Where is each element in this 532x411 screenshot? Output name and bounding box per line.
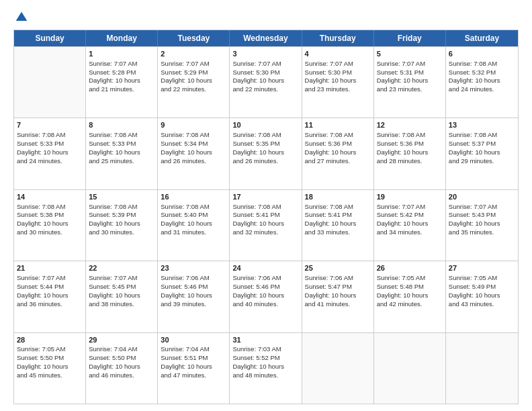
calendar-cell-28: 28Sunrise: 7:05 AMSunset: 5:50 PMDayligh… (14, 333, 86, 404)
calendar-cell-10: 10Sunrise: 7:08 AMSunset: 5:35 PMDayligh… (230, 118, 302, 189)
day-number-6: 6 (449, 49, 515, 59)
day-number-27: 27 (449, 263, 515, 273)
calendar-cell-30: 30Sunrise: 7:04 AMSunset: 5:51 PMDayligh… (158, 333, 230, 404)
header (13, 11, 519, 24)
day-info-line: Sunset: 5:50 PM (89, 354, 154, 363)
day-info-line: and 28 minutes. (377, 157, 443, 166)
day-info-line: Sunset: 5:33 PM (17, 140, 83, 148)
day-info-line: and 30 minutes. (17, 228, 83, 237)
day-info-line: Sunrise: 7:07 AM (89, 274, 154, 283)
day-info-line: Daylight: 10 hours (377, 148, 443, 157)
day-info-line: and 46 minutes. (89, 371, 154, 380)
day-info-line: Daylight: 10 hours (305, 220, 371, 228)
day-info-line: and 26 minutes. (232, 157, 298, 166)
day-number-12: 12 (377, 120, 443, 130)
day-info-line: Sunset: 5:29 PM (161, 68, 226, 77)
calendar-cell-3: 3Sunrise: 7:07 AMSunset: 5:30 PMDaylight… (230, 47, 302, 118)
day-info-line: Sunrise: 7:03 AM (232, 345, 298, 354)
day-info-line: and 36 minutes. (17, 300, 83, 309)
day-info-line: Sunset: 5:34 PM (161, 140, 226, 148)
day-info-line: Sunrise: 7:08 AM (377, 131, 443, 140)
day-info-line: and 34 minutes. (377, 228, 443, 237)
day-info-line: Daylight: 10 hours (449, 220, 515, 228)
day-info-line: Daylight: 10 hours (305, 291, 371, 300)
day-info-line: and 45 minutes. (17, 371, 83, 380)
day-info-line: and 48 minutes. (232, 371, 298, 380)
day-info-line: and 23 minutes. (305, 85, 371, 94)
day-info-line: and 29 minutes. (449, 157, 515, 166)
day-info-line: Daylight: 10 hours (305, 148, 371, 157)
day-number-11: 11 (305, 120, 371, 130)
day-header-saturday: Saturday (446, 30, 518, 46)
day-info-line: Sunrise: 7:08 AM (232, 203, 298, 212)
day-info-line: and 25 minutes. (89, 157, 154, 166)
day-info-line: Sunset: 5:44 PM (17, 283, 83, 291)
calendar-row-3: 21Sunrise: 7:07 AMSunset: 5:44 PMDayligh… (14, 261, 518, 332)
day-info-line: Sunset: 5:41 PM (305, 211, 371, 220)
day-info-line: Sunset: 5:39 PM (89, 211, 154, 220)
day-info-line: Daylight: 10 hours (161, 363, 226, 371)
day-info-line: and 32 minutes. (232, 228, 298, 237)
day-number-28: 28 (17, 335, 83, 345)
day-info-line: Sunset: 5:28 PM (89, 68, 154, 77)
day-info-line: Daylight: 10 hours (17, 220, 83, 228)
calendar-cell-17: 17Sunrise: 7:08 AMSunset: 5:41 PMDayligh… (230, 190, 302, 261)
calendar-cell-13: 13Sunrise: 7:08 AMSunset: 5:37 PMDayligh… (446, 118, 518, 189)
day-number-31: 31 (232, 335, 298, 345)
calendar-cell-16: 16Sunrise: 7:08 AMSunset: 5:40 PMDayligh… (158, 190, 230, 261)
day-info-line: Sunrise: 7:05 AM (449, 274, 515, 283)
day-info-line: Sunrise: 7:07 AM (232, 60, 298, 68)
day-info-line: Sunrise: 7:07 AM (449, 203, 515, 212)
day-info-line: Sunrise: 7:08 AM (449, 60, 515, 68)
day-number-14: 14 (17, 192, 83, 202)
day-info-line: Sunset: 5:52 PM (232, 354, 298, 363)
calendar-cell-26: 26Sunrise: 7:05 AMSunset: 5:48 PMDayligh… (374, 261, 446, 332)
day-number-24: 24 (232, 263, 298, 273)
day-info-line: Sunset: 5:48 PM (377, 283, 443, 291)
day-info-line: Sunrise: 7:07 AM (17, 274, 83, 283)
day-info-line: Sunrise: 7:08 AM (305, 131, 371, 140)
calendar-cell-24: 24Sunrise: 7:06 AMSunset: 5:46 PMDayligh… (230, 261, 302, 332)
day-info-line: Daylight: 10 hours (89, 77, 154, 85)
day-number-20: 20 (449, 192, 515, 202)
day-info-line: Sunset: 5:51 PM (161, 354, 226, 363)
calendar-cell-15: 15Sunrise: 7:08 AMSunset: 5:39 PMDayligh… (86, 190, 158, 261)
day-info-line: Daylight: 10 hours (377, 291, 443, 300)
day-info-line: Sunset: 5:46 PM (161, 283, 226, 291)
day-info-line: Sunrise: 7:08 AM (89, 131, 154, 140)
day-info-line: and 42 minutes. (377, 300, 443, 309)
calendar-cell-empty-4-6 (446, 333, 518, 404)
day-info-line: Sunrise: 7:06 AM (232, 274, 298, 283)
day-info-line: Sunset: 5:33 PM (89, 140, 154, 148)
day-info-line: Sunrise: 7:07 AM (377, 60, 443, 68)
day-header-thursday: Thursday (302, 30, 374, 46)
day-info-line: Sunset: 5:42 PM (377, 211, 443, 220)
day-number-15: 15 (89, 192, 154, 202)
day-info-line: Sunrise: 7:07 AM (89, 60, 154, 68)
calendar-cell-9: 9Sunrise: 7:08 AMSunset: 5:34 PMDaylight… (158, 118, 230, 189)
calendar-cell-empty-4-4 (302, 333, 374, 404)
day-info-line: Sunset: 5:35 PM (232, 140, 298, 148)
day-info-line: Sunset: 5:30 PM (305, 68, 371, 77)
calendar-cell-1: 1Sunrise: 7:07 AMSunset: 5:28 PMDaylight… (86, 47, 158, 118)
day-info-line: Sunset: 5:46 PM (232, 283, 298, 291)
day-number-19: 19 (377, 192, 443, 202)
day-number-25: 25 (305, 263, 371, 273)
logo (13, 11, 28, 24)
day-info-line: Sunset: 5:50 PM (17, 354, 83, 363)
calendar-cell-empty-0-0 (14, 47, 86, 118)
day-info-line: Sunset: 5:49 PM (449, 283, 515, 291)
day-info-line: Sunrise: 7:07 AM (377, 203, 443, 212)
day-info-line: Daylight: 10 hours (377, 77, 443, 85)
day-info-line: Daylight: 10 hours (17, 148, 83, 157)
day-info-line: and 39 minutes. (161, 300, 226, 309)
logo-icon (15, 11, 28, 24)
day-info-line: Daylight: 10 hours (449, 291, 515, 300)
calendar: SundayMondayTuesdayWednesdayThursdayFrid… (13, 30, 519, 404)
day-info-line: and 22 minutes. (232, 85, 298, 94)
calendar-row-1: 7Sunrise: 7:08 AMSunset: 5:33 PMDaylight… (14, 118, 518, 189)
day-info-line: and 43 minutes. (449, 300, 515, 309)
day-info-line: Sunset: 5:31 PM (377, 68, 443, 77)
day-header-sunday: Sunday (14, 30, 86, 46)
day-info-line: Daylight: 10 hours (17, 363, 83, 371)
